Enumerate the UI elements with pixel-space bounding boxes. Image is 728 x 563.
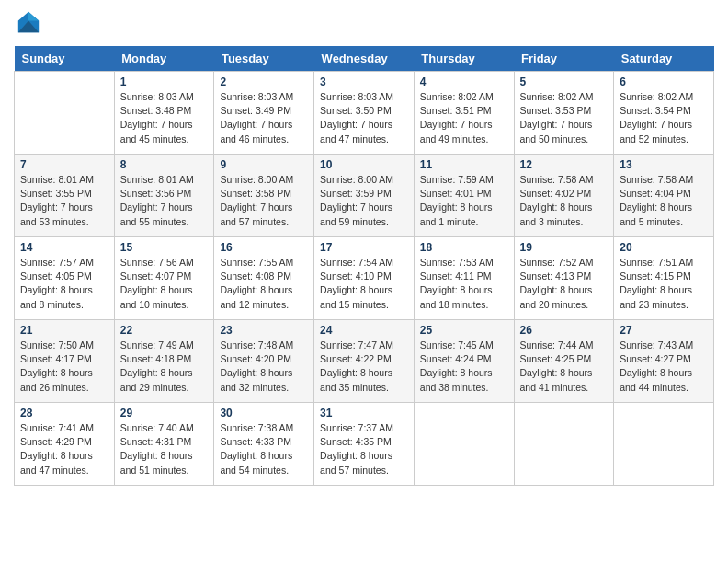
- calendar-cell: 2Sunrise: 8:03 AMSunset: 3:49 PMDaylight…: [214, 72, 314, 155]
- calendar-cell: 18Sunrise: 7:53 AMSunset: 4:11 PMDayligh…: [414, 237, 514, 320]
- calendar-cell: 4Sunrise: 8:02 AMSunset: 3:51 PMDaylight…: [414, 72, 514, 155]
- column-header-thursday: Thursday: [414, 46, 514, 72]
- calendar-cell: 25Sunrise: 7:45 AMSunset: 4:24 PMDayligh…: [414, 320, 514, 403]
- day-info: Sunrise: 8:02 AMSunset: 3:53 PMDaylight:…: [520, 90, 609, 146]
- day-number: 18: [420, 241, 508, 254]
- day-info: Sunrise: 8:02 AMSunset: 3:54 PMDaylight:…: [620, 90, 708, 146]
- page-header: [14, 9, 714, 39]
- day-info: Sunrise: 7:41 AMSunset: 4:29 PMDaylight:…: [20, 421, 108, 477]
- day-info: Sunrise: 8:03 AMSunset: 3:50 PMDaylight:…: [320, 90, 408, 146]
- calendar-cell: 29Sunrise: 7:40 AMSunset: 4:31 PMDayligh…: [114, 403, 214, 486]
- day-number: 28: [20, 407, 108, 419]
- calendar-cell: 15Sunrise: 7:56 AMSunset: 4:07 PMDayligh…: [114, 237, 214, 320]
- day-info: Sunrise: 7:56 AMSunset: 4:07 PMDaylight:…: [120, 256, 209, 312]
- day-info: Sunrise: 7:58 AMSunset: 4:02 PMDaylight:…: [520, 173, 609, 229]
- calendar-week-row: 7Sunrise: 8:01 AMSunset: 3:55 PMDaylight…: [15, 155, 714, 237]
- calendar-cell: 8Sunrise: 8:01 AMSunset: 3:56 PMDaylight…: [114, 155, 214, 237]
- day-info: Sunrise: 7:44 AMSunset: 4:25 PMDaylight:…: [520, 339, 609, 395]
- day-number: 9: [220, 158, 308, 171]
- calendar-cell: 21Sunrise: 7:50 AMSunset: 4:17 PMDayligh…: [15, 320, 115, 403]
- day-info: Sunrise: 7:45 AMSunset: 4:24 PMDaylight:…: [420, 339, 508, 395]
- day-info: Sunrise: 7:47 AMSunset: 4:22 PMDaylight:…: [320, 339, 408, 395]
- calendar-cell: 7Sunrise: 8:01 AMSunset: 3:55 PMDaylight…: [15, 155, 115, 237]
- day-info: Sunrise: 7:57 AMSunset: 4:05 PMDaylight:…: [20, 256, 108, 312]
- day-number: 19: [520, 241, 609, 254]
- day-info: Sunrise: 7:37 AMSunset: 4:35 PMDaylight:…: [320, 421, 408, 477]
- day-info: Sunrise: 7:58 AMSunset: 4:04 PMDaylight:…: [620, 173, 708, 229]
- day-info: Sunrise: 8:01 AMSunset: 3:56 PMDaylight:…: [120, 173, 209, 229]
- day-number: 25: [420, 324, 508, 337]
- calendar-cell: 28Sunrise: 7:41 AMSunset: 4:29 PMDayligh…: [15, 403, 115, 486]
- day-number: 6: [620, 75, 708, 88]
- day-info: Sunrise: 7:53 AMSunset: 4:11 PMDaylight:…: [420, 256, 508, 312]
- day-info: Sunrise: 7:54 AMSunset: 4:10 PMDaylight:…: [320, 256, 408, 312]
- logo: [14, 9, 41, 39]
- calendar-week-row: 28Sunrise: 7:41 AMSunset: 4:29 PMDayligh…: [15, 403, 714, 486]
- calendar-cell: [614, 403, 714, 486]
- calendar-cell: 19Sunrise: 7:52 AMSunset: 4:13 PMDayligh…: [514, 237, 614, 320]
- day-number: 11: [420, 158, 508, 171]
- day-number: 20: [620, 241, 708, 254]
- day-number: 23: [220, 324, 308, 337]
- day-info: Sunrise: 7:48 AMSunset: 4:20 PMDaylight:…: [220, 339, 308, 395]
- calendar-cell: [414, 403, 514, 486]
- day-info: Sunrise: 7:59 AMSunset: 4:01 PMDaylight:…: [420, 173, 508, 229]
- calendar-table: SundayMondayTuesdayWednesdayThursdayFrid…: [14, 46, 714, 486]
- day-number: 15: [120, 241, 209, 254]
- day-number: 27: [620, 324, 708, 337]
- calendar-cell: 3Sunrise: 8:03 AMSunset: 3:50 PMDaylight…: [314, 72, 415, 155]
- day-info: Sunrise: 7:49 AMSunset: 4:18 PMDaylight:…: [120, 339, 209, 395]
- day-number: 1: [120, 75, 209, 88]
- calendar-cell: 5Sunrise: 8:02 AMSunset: 3:53 PMDaylight…: [514, 72, 614, 155]
- calendar-cell: 20Sunrise: 7:51 AMSunset: 4:15 PMDayligh…: [614, 237, 714, 320]
- day-info: Sunrise: 7:43 AMSunset: 4:27 PMDaylight:…: [620, 339, 708, 395]
- day-info: Sunrise: 7:52 AMSunset: 4:13 PMDaylight:…: [520, 256, 609, 312]
- day-number: 14: [20, 241, 108, 254]
- calendar-cell: 6Sunrise: 8:02 AMSunset: 3:54 PMDaylight…: [614, 72, 714, 155]
- day-info: Sunrise: 7:51 AMSunset: 4:15 PMDaylight:…: [620, 256, 708, 312]
- day-number: 29: [120, 407, 209, 419]
- day-info: Sunrise: 8:03 AMSunset: 3:48 PMDaylight:…: [120, 90, 209, 146]
- calendar-cell: 13Sunrise: 7:58 AMSunset: 4:04 PMDayligh…: [614, 155, 714, 237]
- calendar-header-row: SundayMondayTuesdayWednesdayThursdayFrid…: [15, 46, 714, 72]
- day-number: 22: [120, 324, 209, 337]
- calendar-cell: 11Sunrise: 7:59 AMSunset: 4:01 PMDayligh…: [414, 155, 514, 237]
- day-number: 17: [320, 241, 408, 254]
- day-number: 30: [220, 407, 308, 419]
- column-header-monday: Monday: [114, 46, 214, 72]
- day-number: 7: [20, 158, 108, 171]
- calendar-cell: 26Sunrise: 7:44 AMSunset: 4:25 PMDayligh…: [514, 320, 614, 403]
- day-info: Sunrise: 8:00 AMSunset: 3:58 PMDaylight:…: [220, 173, 308, 229]
- calendar-cell: 27Sunrise: 7:43 AMSunset: 4:27 PMDayligh…: [614, 320, 714, 403]
- day-number: 26: [520, 324, 609, 337]
- calendar-cell: [15, 72, 115, 155]
- logo-icon: [16, 9, 41, 35]
- calendar-cell: 23Sunrise: 7:48 AMSunset: 4:20 PMDayligh…: [214, 320, 314, 403]
- day-number: 13: [620, 158, 708, 171]
- calendar-cell: 24Sunrise: 7:47 AMSunset: 4:22 PMDayligh…: [314, 320, 415, 403]
- column-header-tuesday: Tuesday: [214, 46, 314, 72]
- svg-marker-1: [28, 12, 39, 21]
- day-number: 4: [420, 75, 508, 88]
- day-info: Sunrise: 8:03 AMSunset: 3:49 PMDaylight:…: [220, 90, 308, 146]
- day-number: 16: [220, 241, 308, 254]
- day-number: 12: [520, 158, 609, 171]
- calendar-week-row: 1Sunrise: 8:03 AMSunset: 3:48 PMDaylight…: [15, 72, 714, 155]
- day-info: Sunrise: 7:38 AMSunset: 4:33 PMDaylight:…: [220, 421, 308, 477]
- day-info: Sunrise: 8:02 AMSunset: 3:51 PMDaylight:…: [420, 90, 508, 146]
- calendar-cell: 14Sunrise: 7:57 AMSunset: 4:05 PMDayligh…: [15, 237, 115, 320]
- day-number: 8: [120, 158, 209, 171]
- day-number: 3: [320, 75, 408, 88]
- day-number: 10: [320, 158, 408, 171]
- calendar-week-row: 21Sunrise: 7:50 AMSunset: 4:17 PMDayligh…: [15, 320, 714, 403]
- calendar-cell: 31Sunrise: 7:37 AMSunset: 4:35 PMDayligh…: [314, 403, 415, 486]
- day-info: Sunrise: 7:40 AMSunset: 4:31 PMDaylight:…: [120, 421, 209, 477]
- day-info: Sunrise: 8:01 AMSunset: 3:55 PMDaylight:…: [20, 173, 108, 229]
- column-header-friday: Friday: [514, 46, 614, 72]
- calendar-cell: 22Sunrise: 7:49 AMSunset: 4:18 PMDayligh…: [114, 320, 214, 403]
- day-number: 2: [220, 75, 308, 88]
- calendar-week-row: 14Sunrise: 7:57 AMSunset: 4:05 PMDayligh…: [15, 237, 714, 320]
- day-number: 24: [320, 324, 408, 337]
- day-info: Sunrise: 7:50 AMSunset: 4:17 PMDaylight:…: [20, 339, 108, 395]
- day-number: 5: [520, 75, 609, 88]
